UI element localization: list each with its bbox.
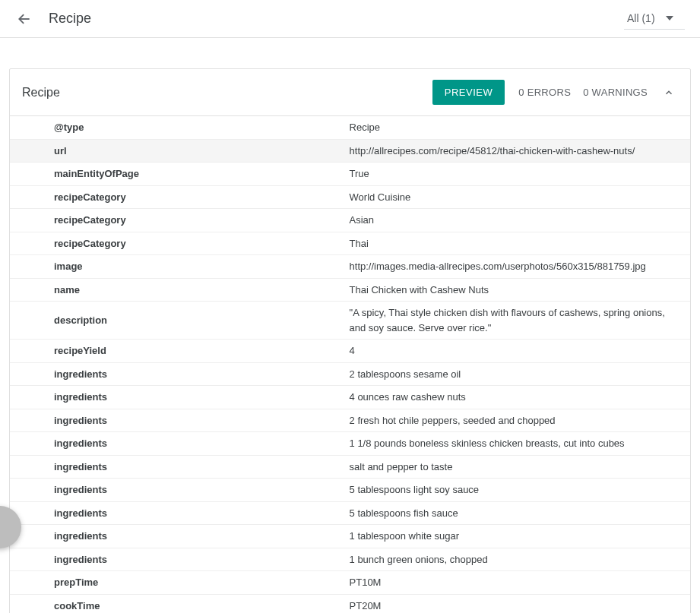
property-key: ingredients: [10, 479, 344, 502]
properties-table: @typeRecipeurlhttp://allrecipes.com/reci…: [10, 116, 690, 613]
table-row[interactable]: @typeRecipe: [10, 116, 690, 139]
table-row[interactable]: description"A spicy, Thai style chicken …: [10, 302, 690, 340]
table-row[interactable]: mainEntityOfPageTrue: [10, 163, 690, 186]
property-value: Thai: [344, 232, 690, 255]
filter-label: All (1): [627, 12, 655, 24]
property-value: 1 1/8 pounds boneless skinless chicken b…: [344, 432, 690, 456]
property-value: PT20M: [344, 594, 690, 613]
property-value: 5 tablespoons fish sauce: [344, 501, 690, 525]
table-row[interactable]: ingredientssalt and pepper to taste: [10, 455, 690, 479]
svg-marker-1: [666, 16, 673, 21]
property-key: recipeYield: [10, 340, 344, 363]
recipe-card: Recipe PREVIEW 0 ERRORS 0 WARNINGS @type…: [9, 68, 691, 613]
property-key: prepTime: [10, 571, 344, 595]
card-header: Recipe PREVIEW 0 ERRORS 0 WARNINGS: [10, 69, 690, 116]
table-row[interactable]: ingredients4 ounces raw cashew nuts: [10, 386, 690, 409]
table-row[interactable]: prepTimePT10M: [10, 571, 690, 595]
table-row[interactable]: recipeCategoryWorld Cuisine: [10, 185, 690, 209]
property-value: 4 ounces raw cashew nuts: [344, 386, 690, 409]
table-row[interactable]: recipeYield4: [10, 340, 690, 363]
chevron-down-icon: [666, 14, 673, 22]
warnings-count: 0 WARNINGS: [583, 87, 648, 98]
property-key: ingredients: [10, 548, 344, 571]
content-wrapper: Recipe PREVIEW 0 ERRORS 0 WARNINGS @type…: [0, 38, 700, 613]
table-row[interactable]: ingredients1 1/8 pounds boneless skinles…: [10, 432, 690, 456]
table-row[interactable]: recipeCategoryThai: [10, 232, 690, 255]
table-row[interactable]: ingredients5 tablespoons fish sauce: [10, 501, 690, 525]
table-row[interactable]: nameThai Chicken with Cashew Nuts: [10, 278, 690, 302]
property-value: 1 bunch green onions, chopped: [344, 548, 690, 571]
property-key: ingredients: [10, 362, 344, 386]
property-value: 5 tablespoons light soy sauce: [344, 479, 690, 502]
property-key: url: [10, 139, 344, 163]
property-key: cookTime: [10, 594, 344, 613]
table-row[interactable]: ingredients1 tablespoon white sugar: [10, 525, 690, 548]
property-key: description: [10, 302, 344, 340]
preview-button[interactable]: PREVIEW: [432, 80, 505, 105]
table-row[interactable]: recipeCategoryAsian: [10, 209, 690, 232]
property-key: recipeCategory: [10, 209, 344, 232]
property-value: 2 fresh hot chile peppers, seeded and ch…: [344, 409, 690, 432]
property-key: ingredients: [10, 455, 344, 479]
property-value: "A spicy, Thai style chicken dish with f…: [344, 302, 690, 340]
table-row[interactable]: imagehttp://images.media-allrecipes.com/…: [10, 255, 690, 279]
collapse-button[interactable]: [660, 84, 678, 102]
property-key: @type: [10, 116, 344, 139]
filter-dropdown[interactable]: All (1): [624, 8, 685, 30]
property-key: mainEntityOfPage: [10, 163, 344, 186]
property-key: recipeCategory: [10, 232, 344, 255]
property-value: http://images.media-allrecipes.com/userp…: [344, 255, 690, 279]
property-value: 1 tablespoon white sugar: [344, 525, 690, 548]
errors-count: 0 ERRORS: [518, 87, 571, 98]
property-key: ingredients: [10, 386, 344, 409]
table-row[interactable]: ingredients1 bunch green onions, chopped: [10, 548, 690, 571]
property-key: ingredients: [10, 432, 344, 456]
property-key: recipeCategory: [10, 185, 344, 209]
property-key: ingredients: [10, 501, 344, 525]
property-value: Thai Chicken with Cashew Nuts: [344, 278, 690, 302]
property-value: PT10M: [344, 571, 690, 595]
property-value: Recipe: [344, 116, 690, 139]
property-value: 2 tablespoons sesame oil: [344, 362, 690, 386]
table-row[interactable]: ingredients5 tablespoons light soy sauce: [10, 479, 690, 502]
property-key: ingredients: [10, 525, 344, 548]
table-row[interactable]: cookTimePT20M: [10, 594, 690, 613]
table-row[interactable]: urlhttp://allrecipes.com/recipe/45812/th…: [10, 139, 690, 163]
page-header: Recipe All (1): [0, 0, 700, 38]
property-value: http://allrecipes.com/recipe/45812/thai-…: [344, 139, 690, 163]
card-title: Recipe: [22, 86, 432, 100]
table-row[interactable]: ingredients2 tablespoons sesame oil: [10, 362, 690, 386]
property-value: True: [344, 163, 690, 186]
property-key: name: [10, 278, 344, 302]
property-value: Asian: [344, 209, 690, 232]
property-key: ingredients: [10, 409, 344, 432]
chevron-up-icon: [664, 87, 674, 98]
property-key: image: [10, 255, 344, 279]
table-row[interactable]: ingredients2 fresh hot chile peppers, se…: [10, 409, 690, 432]
page-title: Recipe: [49, 11, 624, 27]
property-value: World Cuisine: [344, 185, 690, 209]
property-value: salt and pepper to taste: [344, 455, 690, 479]
back-arrow-icon[interactable]: [15, 10, 33, 28]
property-value: 4: [344, 340, 690, 363]
